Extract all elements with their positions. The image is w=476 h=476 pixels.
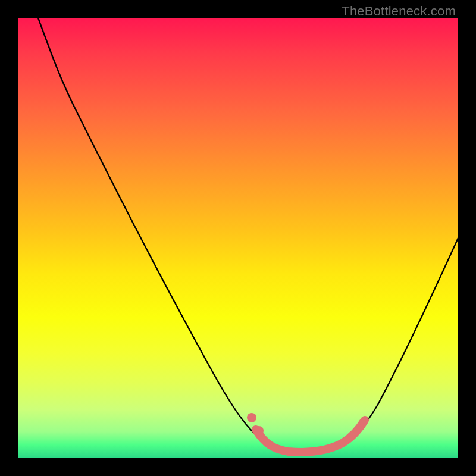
bottleneck-curve: [18, 18, 458, 458]
chart-frame: TheBottleneck.com: [0, 0, 476, 476]
curve-path: [38, 18, 458, 451]
highlight-dot-2: [254, 426, 264, 436]
watermark-text: TheBottleneck.com: [342, 4, 456, 19]
highlight-dot-1: [247, 413, 256, 422]
plot-area: [18, 18, 458, 458]
highlight-band-path: [256, 420, 365, 452]
